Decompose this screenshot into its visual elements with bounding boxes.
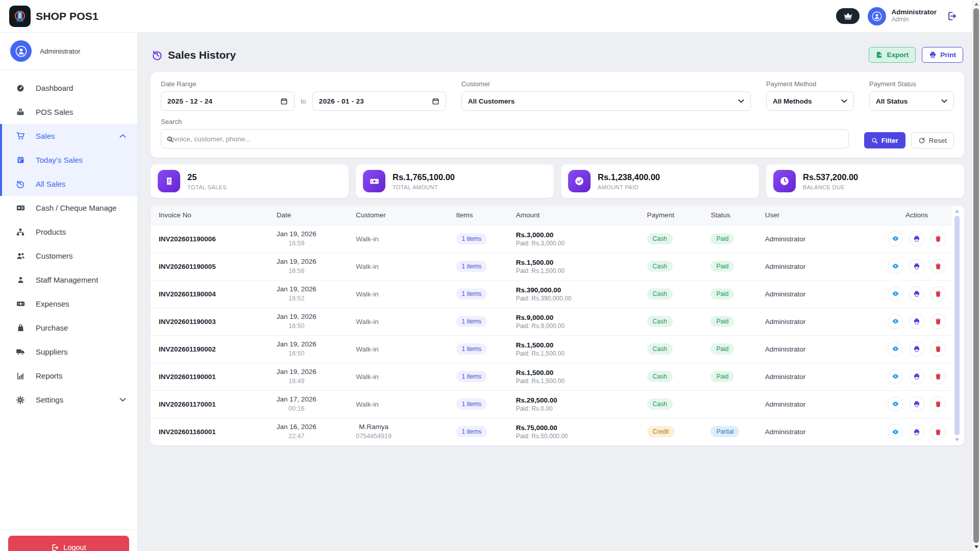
view-button[interactable] bbox=[888, 286, 903, 302]
sale-user: Administrator bbox=[765, 400, 806, 408]
logout-button[interactable]: Logout bbox=[8, 536, 129, 551]
sidebar-item-reports[interactable]: Reports bbox=[0, 364, 137, 388]
sidebar-item-purchase[interactable]: Purchase bbox=[0, 316, 137, 340]
print-row-button[interactable] bbox=[909, 314, 924, 329]
sidebar-item-dashboard[interactable]: Dashboard bbox=[0, 76, 137, 100]
customer-group: Customer All Customers bbox=[461, 80, 751, 111]
status-badge: Paid bbox=[710, 288, 734, 299]
user-name: Administrator bbox=[891, 9, 937, 16]
reset-label: Reset bbox=[929, 137, 947, 144]
check-circle-icon bbox=[568, 170, 591, 192]
delete-button[interactable] bbox=[930, 259, 946, 274]
status-badge: Paid bbox=[710, 371, 734, 382]
sidebar-item-products[interactable]: Products bbox=[0, 220, 137, 244]
amount-paid: Paid: Rs.50,000.00 bbox=[516, 433, 639, 440]
print-row-button[interactable] bbox=[909, 396, 924, 412]
export-button[interactable]: Export bbox=[869, 47, 916, 63]
delete-button[interactable] bbox=[930, 369, 946, 384]
view-button[interactable] bbox=[888, 314, 903, 329]
date-to-input[interactable]: 2026 - 01 - 23 bbox=[312, 91, 446, 111]
sidebar-item-staff-management[interactable]: Staff Management bbox=[0, 268, 137, 292]
sign-out-button[interactable] bbox=[947, 11, 957, 21]
table-row: INV202601160001 Jan 16, 202622:47 M.Ramy… bbox=[151, 418, 952, 445]
customer-select[interactable]: All Customers bbox=[461, 91, 751, 111]
search-input[interactable] bbox=[161, 129, 849, 148]
customer-name: Walk-in bbox=[356, 345, 379, 353]
user-menu[interactable]: Administrator Admin bbox=[868, 7, 937, 26]
table-scrollbar[interactable] bbox=[954, 209, 960, 442]
money-check-icon bbox=[15, 203, 26, 213]
page-scrollbar-thumb[interactable] bbox=[973, 8, 979, 543]
print-row-button[interactable] bbox=[909, 231, 924, 246]
payment-badge: Cash bbox=[647, 288, 673, 299]
stat-value: Rs.537,200.00 bbox=[803, 172, 858, 183]
printer-icon bbox=[929, 51, 937, 59]
sidebar-item-all-sales[interactable]: All Sales bbox=[0, 172, 137, 196]
col-items: Items bbox=[452, 206, 512, 225]
filter-panel: Date Range 2025 - 12 - 24 to 2026 - 01 -… bbox=[151, 72, 964, 158]
print-row-button[interactable] bbox=[909, 286, 924, 302]
print-row-button[interactable] bbox=[909, 259, 924, 274]
scroll-down-arrow-icon[interactable] bbox=[974, 545, 978, 548]
trash-icon bbox=[935, 400, 942, 408]
scroll-up-arrow-icon[interactable] bbox=[955, 210, 959, 213]
invoice-no: INV202601170001 bbox=[159, 400, 216, 408]
money-icon bbox=[363, 170, 385, 192]
calendar-icon bbox=[432, 97, 439, 105]
sidebar-item-cash-cheque[interactable]: Cash / Cheque Manage bbox=[0, 196, 137, 220]
view-button[interactable] bbox=[888, 369, 903, 384]
sidebar-item-suppliers[interactable]: Suppliers bbox=[0, 340, 137, 364]
crown-button[interactable] bbox=[836, 8, 860, 24]
amount-paid: Paid: Rs.3,000.00 bbox=[516, 240, 639, 247]
payment-status-select[interactable]: All Status bbox=[869, 91, 954, 111]
sale-time: 16:59 bbox=[288, 240, 304, 247]
print-row-button[interactable] bbox=[909, 341, 924, 357]
sidebar-item-label: Today's Sales bbox=[36, 156, 83, 164]
items-badge: 1 items bbox=[456, 261, 487, 272]
sidebar-item-label: POS Sales bbox=[36, 108, 73, 116]
view-button[interactable] bbox=[888, 231, 903, 246]
scroll-down-arrow-icon[interactable] bbox=[955, 438, 959, 441]
chevron-up-icon bbox=[119, 134, 126, 138]
payment-method-label: Payment Method bbox=[766, 80, 854, 88]
sidebar-item-todays-sales[interactable]: Today's Sales bbox=[0, 148, 137, 172]
sidebar-item-customers[interactable]: Customers bbox=[0, 244, 137, 268]
crown-icon bbox=[843, 12, 853, 20]
view-button[interactable] bbox=[888, 396, 903, 412]
delete-button[interactable] bbox=[930, 396, 946, 412]
print-row-button[interactable] bbox=[909, 424, 924, 440]
eye-icon bbox=[892, 400, 899, 408]
amount-paid: Paid: Rs.0.00 bbox=[516, 405, 639, 412]
customer-name: Walk-in bbox=[356, 263, 379, 270]
print-row-button[interactable] bbox=[909, 369, 924, 384]
invoice-no: INV202601190001 bbox=[159, 373, 216, 381]
sidebar-item-sales[interactable]: Sales bbox=[0, 124, 137, 148]
date-from-input[interactable]: 2025 - 12 - 24 bbox=[161, 91, 295, 111]
sales-table: Invoice No Date Customer Items Amount Pa… bbox=[151, 206, 952, 445]
print-button[interactable]: Print bbox=[922, 47, 963, 63]
table-scrollbar-thumb[interactable] bbox=[954, 216, 960, 435]
payment-method-select[interactable]: All Methods bbox=[766, 91, 854, 111]
page-scrollbar[interactable] bbox=[972, 0, 980, 551]
sidebar-menu: Dashboard POS Sales Sales Today's Sales bbox=[0, 70, 137, 412]
invoice-no: INV202601190006 bbox=[159, 235, 216, 243]
view-button[interactable] bbox=[888, 424, 903, 439]
sidebar-item-expenses[interactable]: Expenses bbox=[0, 292, 137, 316]
delete-button[interactable] bbox=[930, 314, 946, 329]
sidebar-item-settings[interactable]: Settings bbox=[0, 388, 137, 412]
view-button[interactable] bbox=[888, 259, 903, 274]
delete-button[interactable] bbox=[930, 341, 946, 357]
sidebar-item-label: Dashboard bbox=[36, 84, 73, 92]
stat-card-total-amount: Rs.1,765,100.00 TOTAL AMOUNT bbox=[356, 164, 554, 198]
reset-button[interactable]: Reset bbox=[911, 132, 954, 148]
customer-name: Walk-in bbox=[356, 290, 379, 298]
delete-button[interactable] bbox=[930, 286, 946, 302]
scroll-up-arrow-icon[interactable] bbox=[974, 3, 978, 6]
amount-paid: Paid: Rs.1,500.00 bbox=[516, 378, 639, 385]
staff-person-icon bbox=[15, 276, 26, 284]
delete-button[interactable] bbox=[930, 424, 946, 440]
view-button[interactable] bbox=[888, 341, 903, 357]
sidebar-item-pos-sales[interactable]: POS Sales bbox=[0, 100, 137, 124]
delete-button[interactable] bbox=[930, 231, 946, 246]
filter-button[interactable]: Filter bbox=[864, 132, 905, 148]
